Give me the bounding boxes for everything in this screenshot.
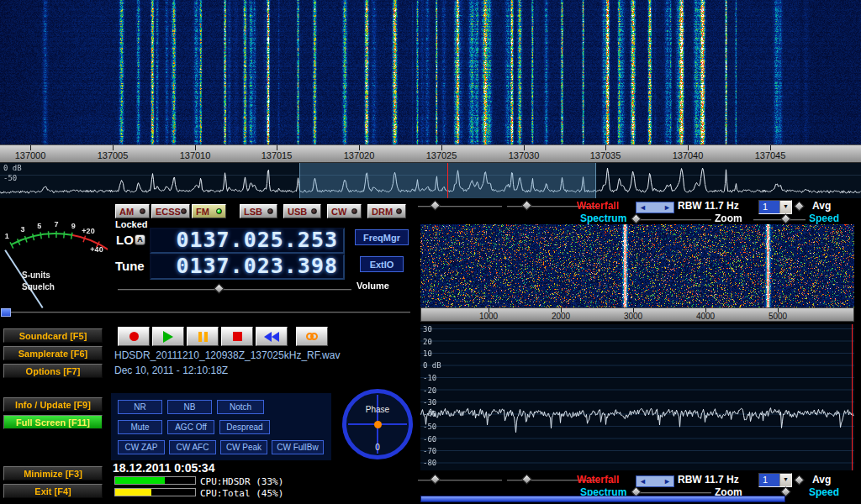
bottom-slider-a-handle[interactable] (430, 474, 441, 485)
header-slider-b-handle[interactable] (521, 200, 532, 211)
freqmgr-button[interactable]: FreqMgr (355, 229, 409, 245)
agc-off-button[interactable]: AGC Off (167, 420, 214, 434)
mode-button-cw[interactable]: CW (327, 204, 362, 218)
record-button[interactable] (118, 327, 150, 346)
ruler-label: 137040 (673, 150, 704, 160)
lo-label: LO (116, 233, 134, 247)
rewind-button[interactable] (256, 327, 288, 346)
volume-slider-track[interactable] (118, 289, 351, 291)
bottom-speed-label: Speed (809, 486, 839, 498)
rewind-icon (264, 332, 279, 342)
loop-button[interactable] (296, 327, 328, 346)
exit-button[interactable]: Exit [F4] (3, 484, 103, 498)
main-spectrum-panel[interactable]: 0 dB -50 (0, 163, 861, 198)
mode-button-ecss[interactable]: ECSS (151, 204, 190, 218)
phase-value: 0 (346, 443, 409, 452)
phase-indicator[interactable]: Phase 0 (342, 389, 413, 459)
tune-label: Tune (115, 259, 145, 273)
mute-button[interactable]: Mute (118, 420, 162, 434)
speed-slider-handle[interactable] (780, 213, 791, 224)
play-icon (163, 331, 173, 343)
info-update-button[interactable]: Info / Update [F9] (3, 397, 103, 412)
s-units-label: S-units (22, 270, 50, 280)
volume-slider-handle[interactable] (214, 283, 224, 294)
tune-frequency-display[interactable]: 0137.023.398 (150, 254, 345, 280)
mode-label: DRM (372, 207, 393, 217)
mode-button-drm[interactable]: DRM (367, 204, 406, 218)
main-waterfall[interactable] (0, 0, 861, 144)
hdsdr-app: 137000 137005 137010 137015 137020 13702… (0, 0, 861, 504)
mode-button-fm[interactable]: FM (192, 204, 226, 218)
spectrum-label[interactable]: Spectrum (580, 213, 626, 224)
pause-icon (198, 332, 208, 342)
scroll-left-icon[interactable]: ◄ (637, 202, 649, 213)
phase-label: Phase (346, 405, 409, 414)
mode-button-am[interactable]: AM (115, 204, 150, 218)
scroll-left-icon[interactable]: ◄ (637, 476, 649, 486)
led-icon (140, 208, 145, 214)
mode-label: USB (288, 207, 307, 217)
samplerate-button[interactable]: Samplerate [F6] (3, 346, 103, 360)
speed-slider-track[interactable] (753, 219, 806, 221)
mode-label: CW (331, 207, 346, 217)
play-button[interactable] (152, 327, 184, 346)
avg-slider-handle[interactable] (794, 201, 805, 212)
dropdown-arrow-icon[interactable]: ▼ (779, 474, 791, 486)
loop-icon (306, 333, 318, 340)
nb-button[interactable]: NB (167, 400, 212, 414)
bottom-slider-b-handle[interactable] (521, 474, 532, 485)
options-button[interactable]: Options [F7] (3, 364, 103, 378)
pause-button[interactable] (187, 327, 219, 346)
waterfall-scroll[interactable]: ◄ ► (636, 202, 674, 213)
bottom-avg-combobox[interactable]: 1 ▼ (758, 473, 792, 487)
bottom-waterfall-label[interactable]: Waterfall (577, 474, 619, 486)
zoom-scale[interactable]: 1000 2000 3000 4000 5000 (420, 307, 854, 322)
zoom-slider-handle[interactable] (631, 213, 642, 224)
cw-afc-button[interactable]: CW AFC (169, 440, 216, 454)
scale-label: 5000 (769, 312, 787, 321)
squelch-slider-handle[interactable] (1, 308, 11, 317)
bottom-rbw-label: RBW 11.7 Hz (678, 474, 739, 486)
lock-badge[interactable]: A (135, 234, 145, 245)
file-name: HDSDR_20111210_120938Z_137025kHz_RF.wav (114, 349, 340, 361)
cw-fullbw-button[interactable]: CW FullBw (272, 440, 324, 454)
led-icon (181, 208, 187, 214)
waterfall-label[interactable]: Waterfall (577, 200, 619, 212)
frequency-ruler[interactable]: 137000 137005 137010 137015 137020 13702… (0, 144, 861, 163)
ruler-label: 137035 (590, 150, 621, 160)
dropdown-arrow-icon[interactable]: ▼ (779, 201, 791, 213)
header-slider-a-handle[interactable] (430, 200, 441, 211)
cw-peak-button[interactable]: CW Peak (220, 440, 267, 454)
cpu-hdsdr-label: CPU:HDSDR (33%) (200, 476, 283, 487)
zoom-spectrum-panel[interactable]: 30 20 10 0 dB -10 -20 -30 -40 -50 -60 -7… (420, 324, 854, 470)
notch-button[interactable]: Notch (217, 400, 264, 414)
nr-button[interactable]: NR (118, 400, 162, 414)
lo-frequency-display[interactable]: 0137.025.253 (150, 228, 345, 254)
mode-label: ECSS (156, 207, 181, 217)
bottom-waterfall-scroll[interactable]: ◄ ► (636, 475, 674, 487)
extio-button[interactable]: ExtIO (360, 256, 404, 272)
led-icon (396, 208, 402, 214)
cw-zap-button[interactable]: CW ZAP (118, 440, 165, 454)
playback-position-bar[interactable] (420, 496, 785, 502)
zoom-spectrum-trace[interactable] (420, 324, 854, 470)
zoom-slider-track[interactable] (634, 219, 711, 221)
ruler-label: 137010 (180, 150, 211, 160)
zoom-waterfall[interactable] (420, 224, 854, 307)
mode-button-lsb[interactable]: LSB (240, 204, 277, 218)
mode-button-usb[interactable]: USB (283, 204, 321, 218)
scroll-right-icon[interactable]: ► (661, 476, 673, 486)
squelch-slider-track[interactable] (2, 312, 410, 313)
bottom-zoom-slider-track[interactable] (634, 492, 711, 494)
db-zero-label: 0 dB (3, 164, 22, 172)
s-meter[interactable] (2, 202, 108, 312)
avg-combobox[interactable]: 1 ▼ (758, 200, 792, 214)
soundcard-button[interactable]: Soundcard [F5] (3, 328, 103, 343)
stop-button[interactable] (221, 327, 253, 346)
despread-button[interactable]: Despread (219, 420, 270, 434)
minimize-button[interactable]: Minimize [F3] (3, 466, 103, 480)
bottom-avg-slider-handle[interactable] (794, 475, 805, 486)
scroll-right-icon[interactable]: ► (661, 202, 673, 213)
squelch-label[interactable]: Squelch (22, 282, 55, 291)
fullscreen-button[interactable]: Full Screen [F11] (3, 415, 103, 429)
